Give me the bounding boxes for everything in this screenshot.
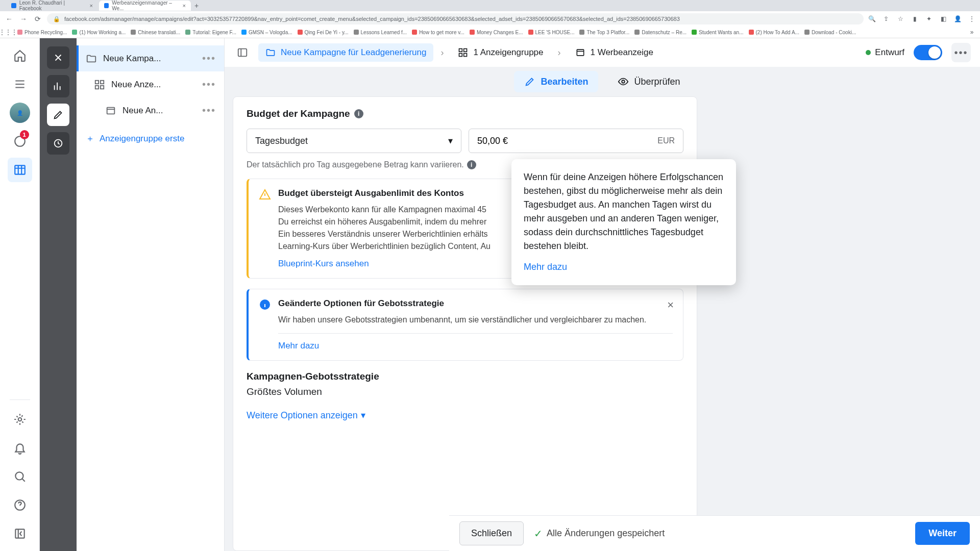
breadcrumb-label: 1 Werbeanzeige xyxy=(591,47,654,58)
bookmark-item[interactable]: Lessons Learned f... xyxy=(354,30,407,35)
campaign-active-toggle[interactable] xyxy=(914,45,942,60)
learn-more-link[interactable]: Mehr dazu xyxy=(278,341,319,351)
alert-title: Geänderte Optionen für Gebotsstrategie xyxy=(278,298,673,309)
more-actions-button[interactable]: ••• xyxy=(951,43,971,62)
chevron-down-icon: ▾ xyxy=(448,135,453,146)
tree-ad-row[interactable]: Neue An... ••• xyxy=(77,97,224,123)
bookmark-item[interactable]: How to get more v... xyxy=(412,30,464,35)
new-tab-button[interactable]: + xyxy=(192,1,201,10)
add-adset-button[interactable]: ＋ Anzeigengruppe erste xyxy=(77,123,224,154)
ads-manager-icon[interactable] xyxy=(8,158,32,182)
extension-icon[interactable]: ◧ xyxy=(939,15,947,23)
history-icon[interactable] xyxy=(47,132,69,155)
close-icon[interactable]: × xyxy=(90,3,93,9)
toggle-knob xyxy=(928,46,941,59)
bid-strategy-value: Größtes Volumen xyxy=(247,386,683,397)
alert-body: Wir haben unsere Gebotsstrategien umbena… xyxy=(278,314,673,326)
plus-icon: ＋ xyxy=(86,133,94,144)
home-icon[interactable] xyxy=(8,43,32,68)
budget-amount-input[interactable]: EUR xyxy=(469,129,683,153)
close-button[interactable]: Schließen xyxy=(459,521,524,545)
tab-review[interactable]: Überprüfen xyxy=(607,71,690,92)
bookmark-item[interactable]: Money Changes E... xyxy=(470,30,523,35)
forward-button[interactable]: → xyxy=(18,14,29,24)
breadcrumb-bar: Neue Kampagne für Leadgenerierung › 1 An… xyxy=(225,38,980,67)
tree-label: Neue Kampa... xyxy=(103,54,196,64)
browser-tab-2[interactable]: Werbeanzeigenmanager – We... × xyxy=(99,1,191,11)
close-button[interactable] xyxy=(47,46,69,69)
more-icon[interactable]: ••• xyxy=(202,79,216,90)
divider xyxy=(10,399,30,400)
breadcrumb-ad[interactable]: 1 Werbeanzeige xyxy=(568,43,661,62)
extension-icon[interactable]: ✦ xyxy=(925,15,933,23)
budget-amount-field[interactable] xyxy=(477,136,657,146)
share-icon[interactable]: ⇪ xyxy=(882,15,890,23)
bookmark-item[interactable]: Datenschutz – Re... xyxy=(634,30,687,35)
bookmark-item[interactable]: (1) How Working a... xyxy=(72,30,126,35)
reload-button[interactable]: ⟳ xyxy=(33,14,43,24)
bookmark-item[interactable]: Qing Fei De Yi - y... xyxy=(298,30,349,35)
info-icon[interactable]: i xyxy=(467,160,476,169)
bookmark-item[interactable]: Download - Cooki... xyxy=(804,30,856,35)
edit-icon[interactable] xyxy=(47,104,69,126)
svg-rect-11 xyxy=(107,107,115,114)
collapse-icon[interactable] xyxy=(8,521,32,546)
cookie-notification-icon[interactable]: 1 xyxy=(8,129,32,154)
chart-icon[interactable] xyxy=(47,75,69,97)
budget-type-select[interactable]: Tagesbudget ▾ xyxy=(247,129,461,153)
tab-label: Bearbeiten xyxy=(541,77,588,87)
breadcrumb-campaign[interactable]: Neue Kampagne für Leadgenerierung xyxy=(258,43,433,62)
lock-icon: 🔒 xyxy=(53,16,60,22)
star-icon[interactable]: ☆ xyxy=(896,15,904,23)
more-options-toggle[interactable]: Weitere Optionen anzeigen ▾ xyxy=(247,410,683,421)
bookmark-item[interactable]: (2) How To Add A... xyxy=(749,30,799,35)
bookmarks-overflow-icon[interactable]: » xyxy=(968,28,976,36)
menu-icon[interactable]: ⋮ xyxy=(968,15,976,23)
bookmark-item[interactable]: Tutorial: Eigene F... xyxy=(185,30,236,35)
bookmark-item[interactable]: Chinese translati... xyxy=(131,30,180,35)
close-icon[interactable]: × xyxy=(667,298,674,312)
svg-rect-7 xyxy=(95,80,99,83)
avatar[interactable]: 👤 xyxy=(8,101,32,125)
breadcrumb-label: 1 Anzeigengruppe xyxy=(473,47,543,58)
tab-edit[interactable]: Bearbeiten xyxy=(514,71,598,92)
chevron-right-icon: › xyxy=(558,47,561,58)
app-root: 👤 1 xyxy=(0,38,980,551)
hamburger-menu-icon[interactable] xyxy=(8,72,32,96)
tab-title: Werbeanzeigenmanager – We... xyxy=(112,0,179,11)
tree-campaign-row[interactable]: Neue Kampa... ••• xyxy=(77,45,224,71)
fb-extension-icon[interactable]: ▮ xyxy=(911,15,919,23)
bookmark-item[interactable]: LEE 'S HOUSE... xyxy=(528,30,575,35)
more-icon[interactable]: ••• xyxy=(202,105,216,116)
svg-point-3 xyxy=(15,472,23,480)
settings-icon[interactable] xyxy=(8,407,32,432)
bookmark-item[interactable]: The Top 3 Platfor... xyxy=(579,30,629,35)
bookmark-item[interactable]: Student Wants an... xyxy=(692,30,743,35)
browser-tab-1[interactable]: Leon R. Chaudhari | Facebook × xyxy=(6,1,98,11)
popover-learn-more-link[interactable]: Mehr dazu xyxy=(524,260,724,274)
bid-strategy-title: Kampagnen-Gebotsstrategie xyxy=(247,371,683,382)
next-button[interactable]: Weiter xyxy=(915,522,970,545)
profile-icon[interactable]: 👤 xyxy=(953,15,962,23)
svg-rect-10 xyxy=(101,85,104,88)
tree-label: Neue An... xyxy=(122,106,196,116)
search-icon[interactable] xyxy=(8,464,32,489)
help-icon[interactable] xyxy=(8,493,32,517)
bookmark-item[interactable]: Phone Recycling... xyxy=(17,30,67,35)
bookmark-item[interactable]: GMSN – Vologda... xyxy=(241,30,292,35)
status-pill: Entwurf xyxy=(866,47,904,58)
checkmark-icon: ✓ xyxy=(534,528,543,540)
breadcrumb-adset[interactable]: 1 Anzeigengruppe xyxy=(451,43,550,62)
notifications-icon[interactable] xyxy=(8,436,32,460)
info-icon xyxy=(259,298,271,311)
more-icon[interactable]: ••• xyxy=(202,53,216,64)
close-icon[interactable]: × xyxy=(183,3,186,9)
url-bar[interactable]: 🔒 facebook.com/adsmanager/manage/campaig… xyxy=(47,13,864,24)
blueprint-link[interactable]: Blueprint-Kurs ansehen xyxy=(278,259,369,269)
tree-adset-row[interactable]: Neue Anze... ••• xyxy=(77,71,224,97)
info-icon[interactable]: i xyxy=(354,109,363,118)
search-icon[interactable]: 🔍 xyxy=(868,15,876,23)
apps-icon[interactable]: ⋮⋮⋮ xyxy=(4,28,12,36)
panel-toggle-icon[interactable] xyxy=(234,44,251,61)
back-button[interactable]: ← xyxy=(4,14,14,24)
